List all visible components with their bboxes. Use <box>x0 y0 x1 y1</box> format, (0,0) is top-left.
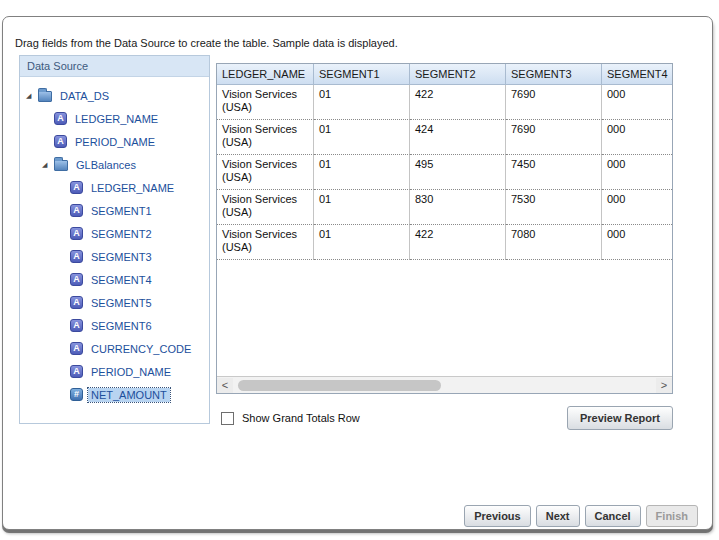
table-cell: 000 <box>602 85 672 120</box>
table-empty-area <box>217 260 672 376</box>
text-field-icon: A <box>54 112 67 125</box>
grand-totals-label: Show Grand Totals Row <box>242 412 360 424</box>
table-cell: Vision Services (USA) <box>217 120 314 155</box>
tree-item-label: GLBalances <box>73 158 139 172</box>
tree-item-label: SEGMENT5 <box>88 296 155 310</box>
table-cell: 7450 <box>506 155 602 190</box>
text-field-icon: A <box>70 250 83 263</box>
table-cell: 422 <box>410 225 506 260</box>
table-cell: 7690 <box>506 120 602 155</box>
tree-item-label: CURRENCY_CODE <box>88 342 194 356</box>
footer-buttons: PreviousNextCancelFinish <box>464 505 698 527</box>
tree-item-label: PERIOD_NAME <box>72 135 158 149</box>
tree-item-label: DATA_DS <box>57 89 112 103</box>
text-field-icon: A <box>54 135 67 148</box>
table-cell: 000 <box>602 225 672 260</box>
table-cell: Vision Services (USA) <box>217 225 314 260</box>
table-cell: 495 <box>410 155 506 190</box>
tree-item-period-name[interactable]: APERIOD_NAME <box>22 130 207 153</box>
tree-item-segment2[interactable]: ASEGMENT2 <box>22 222 207 245</box>
tree-item-net-amount[interactable]: #NET_AMOUNT <box>22 383 207 406</box>
scrollbar-track[interactable] <box>233 378 656 393</box>
text-field-icon: A <box>70 273 83 286</box>
table-row: Vision Services (USA)018307530000 <box>217 190 672 225</box>
scroll-left-button[interactable]: < <box>217 378 233 393</box>
folder-icon <box>54 160 68 171</box>
column-header-segment1[interactable]: SEGMENT1 <box>314 64 410 85</box>
table-cell: 000 <box>602 155 672 190</box>
text-field-icon: A <box>70 227 83 240</box>
tree-item-segment4[interactable]: ASEGMENT4 <box>22 268 207 291</box>
text-field-icon: A <box>70 319 83 332</box>
tree-item-glbalances[interactable]: ◢GLBalances <box>22 153 207 176</box>
text-field-icon: A <box>70 365 83 378</box>
finish-button: Finish <box>646 505 698 527</box>
text-field-icon: A <box>70 204 83 217</box>
previous-button[interactable]: Previous <box>464 505 530 527</box>
expand-collapse-icon[interactable]: ◢ <box>42 161 54 169</box>
table-cell: Vision Services (USA) <box>217 190 314 225</box>
table-cell: Vision Services (USA) <box>217 85 314 120</box>
horizontal-scrollbar[interactable]: < > <box>217 376 672 393</box>
cancel-button[interactable]: Cancel <box>585 505 641 527</box>
text-field-icon: A <box>70 296 83 309</box>
table-cell: 830 <box>410 190 506 225</box>
expand-collapse-icon[interactable]: ◢ <box>26 92 38 100</box>
next-button[interactable]: Next <box>536 505 580 527</box>
table-row: Vision Services (USA)014227690000 <box>217 85 672 120</box>
column-header-ledger_name[interactable]: LEDGER_NAME <box>217 64 314 85</box>
column-header-segment2[interactable]: SEGMENT2 <box>410 64 506 85</box>
table-body: Vision Services (USA)014227690000Vision … <box>217 85 672 260</box>
table-cell: 7080 <box>506 225 602 260</box>
tree-item-segment3[interactable]: ASEGMENT3 <box>22 245 207 268</box>
table-cell: 424 <box>410 120 506 155</box>
table-cell: 01 <box>314 85 410 120</box>
table-options-row: Show Grand Totals Row Preview Report <box>216 406 673 430</box>
table-header-row: LEDGER_NAMESEGMENT1SEGMENT2SEGMENT3SEGME… <box>217 64 672 85</box>
instruction-text: Drag fields from the Data Source to crea… <box>15 37 398 49</box>
sample-table-panel: LEDGER_NAMESEGMENT1SEGMENT2SEGMENT3SEGME… <box>216 63 673 394</box>
table-row: Vision Services (USA)014957450000 <box>217 155 672 190</box>
text-field-icon: A <box>70 181 83 194</box>
tree-item-segment1[interactable]: ASEGMENT1 <box>22 199 207 222</box>
table-cell: Vision Services (USA) <box>217 155 314 190</box>
preview-report-button[interactable]: Preview Report <box>567 406 673 430</box>
tree-item-segment6[interactable]: ASEGMENT6 <box>22 314 207 337</box>
table-row: Vision Services (USA)014247690000 <box>217 120 672 155</box>
table-cell: 01 <box>314 120 410 155</box>
table-wizard-dialog: Drag fields from the Data Source to crea… <box>2 16 713 530</box>
grand-totals-checkbox[interactable] <box>221 412 234 425</box>
scroll-right-button[interactable]: > <box>656 378 672 393</box>
tree-item-ledger-name[interactable]: ALEDGER_NAME <box>22 107 207 130</box>
data-source-title: Data Source <box>20 56 209 77</box>
tree-item-segment5[interactable]: ASEGMENT5 <box>22 291 207 314</box>
column-header-segment3[interactable]: SEGMENT3 <box>506 64 602 85</box>
tree-item-label: LEDGER_NAME <box>88 181 177 195</box>
tree-item-label: SEGMENT6 <box>88 319 155 333</box>
table-cell: 000 <box>602 190 672 225</box>
tree-item-label: SEGMENT1 <box>88 204 155 218</box>
table-cell: 01 <box>314 225 410 260</box>
table-cell: 01 <box>314 190 410 225</box>
tree-item-ledger-name[interactable]: ALEDGER_NAME <box>22 176 207 199</box>
tree-item-label: SEGMENT2 <box>88 227 155 241</box>
tree-item-period-name[interactable]: APERIOD_NAME <box>22 360 207 383</box>
text-field-icon: A <box>70 342 83 355</box>
tree-item-currency-code[interactable]: ACURRENCY_CODE <box>22 337 207 360</box>
table-row: Vision Services (USA)014227080000 <box>217 225 672 260</box>
column-header-segment4[interactable]: SEGMENT4 <box>602 64 672 85</box>
tree-item-data-ds[interactable]: ◢DATA_DS <box>22 84 207 107</box>
table-cell: 422 <box>410 85 506 120</box>
scrollbar-thumb[interactable] <box>238 380 441 391</box>
folder-icon <box>38 91 52 102</box>
tree-item-label: SEGMENT4 <box>88 273 155 287</box>
table-cell: 7690 <box>506 85 602 120</box>
table-cell: 01 <box>314 155 410 190</box>
table-cell: 000 <box>602 120 672 155</box>
table-cell: 7530 <box>506 190 602 225</box>
tree-item-label: LEDGER_NAME <box>72 112 161 126</box>
tree-item-label: SEGMENT3 <box>88 250 155 264</box>
data-source-panel: Data Source ◢DATA_DSALEDGER_NAMEAPERIOD_… <box>19 55 210 424</box>
number-field-icon: # <box>70 388 83 401</box>
tree-item-label: PERIOD_NAME <box>88 365 174 379</box>
